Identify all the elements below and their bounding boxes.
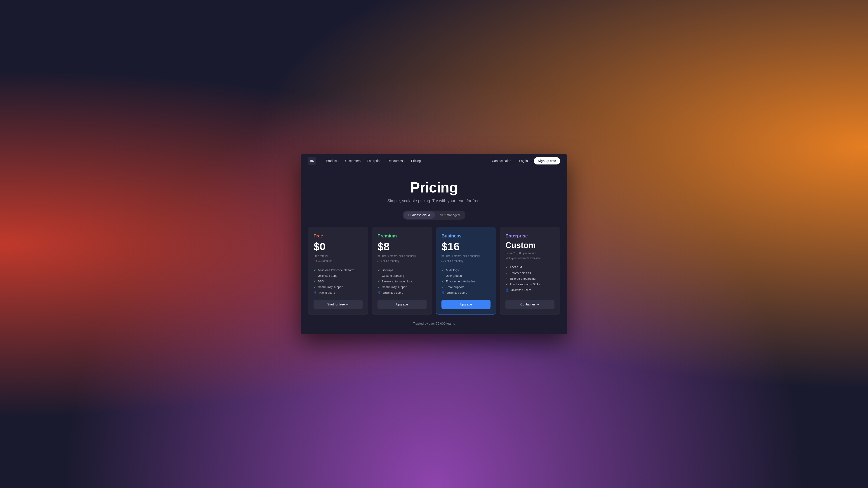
check-icon: ✓ <box>441 268 444 272</box>
feature-item: ✓ AD/SCIM <box>505 266 555 269</box>
plan-price-premium: $8 <box>377 241 427 252</box>
feature-item: 👤 Unlimited users <box>441 291 491 294</box>
plan-price-enterprise: Custom <box>505 241 555 250</box>
check-icon: ✓ <box>377 285 380 289</box>
plan-price-sub1-enterprise: From $15,000 per annum <box>505 251 555 255</box>
feature-item: 👤 Unlimited users <box>505 288 555 292</box>
users-icon: 👤 <box>377 291 381 294</box>
plan-cta-free[interactable]: Start for free → <box>313 300 363 309</box>
check-icon: ✓ <box>377 280 380 283</box>
plan-card-enterprise: Enterprise Custom From $15,000 per annum… <box>500 227 560 315</box>
plan-card-business: Business $16 per user / month, billed an… <box>436 227 496 315</box>
feature-item: ✓ Tailored onboarding <box>505 277 555 281</box>
plan-price-free: $0 <box>313 241 363 252</box>
check-icon: ✓ <box>505 277 508 281</box>
feature-item: ✓ Community support <box>377 285 427 289</box>
contact-sales-button[interactable]: Contact sales <box>490 158 513 164</box>
features-list-business: ✓ Audit logs ✓ User groups ✓ Environment… <box>441 268 491 294</box>
check-icon: ✓ <box>377 268 380 272</box>
feature-item: ✓ Audit logs <box>441 268 491 272</box>
plan-card-premium: Premium $8 per user / month, billed annu… <box>372 227 432 315</box>
users-icon: 👤 <box>441 291 445 294</box>
check-icon: ✓ <box>505 283 508 286</box>
features-list-premium: ✓ Backups ✓ Custom branding ✓ 1 week aut… <box>377 268 427 294</box>
feature-item: ✓ Custom branding <box>377 274 427 278</box>
check-icon: ✓ <box>505 271 508 275</box>
nav-customers[interactable]: Customers <box>342 158 363 164</box>
plan-price-business: $16 <box>441 241 491 252</box>
feature-item: ✓ User groups <box>441 274 491 278</box>
trust-text: Trusted by over 75,000 teams <box>308 322 560 325</box>
plan-price-sub1-free: Free forever <box>313 254 363 258</box>
check-icon: ✓ <box>441 280 444 283</box>
plan-name-enterprise: Enterprise <box>505 233 555 238</box>
feature-item: 👤 Max 5 users <box>313 291 363 294</box>
page-title: Pricing <box>308 179 560 196</box>
tab-budibase-cloud[interactable]: Budibase cloud <box>403 212 435 219</box>
plan-card-free: Free $0 Free forever No CC required ✓ Al… <box>308 227 368 315</box>
feature-item: ✓ Email support <box>441 285 491 289</box>
feature-item: ✓ 1 week automation logs <box>377 280 427 283</box>
main-content: Pricing Simple, scalable pricing. Try wi… <box>301 168 567 334</box>
check-icon: ✓ <box>313 280 316 283</box>
check-icon: ✓ <box>505 266 508 269</box>
check-icon: ✓ <box>313 274 316 278</box>
logo-icon: bb <box>308 157 316 165</box>
plan-cta-business[interactable]: Upgrade <box>441 300 491 309</box>
plan-name-premium: Premium <box>377 233 427 238</box>
nav-product[interactable]: Product ▾ <box>323 158 342 164</box>
plan-cta-enterprise[interactable]: Contact us → <box>505 300 555 309</box>
nav-resources[interactable]: Resources ▾ <box>385 158 408 164</box>
feature-item: ✓ Environment Variables <box>441 280 491 283</box>
chevron-down-icon: ▾ <box>404 160 405 162</box>
feature-item: ✓ Backups <box>377 268 427 272</box>
plan-cta-premium[interactable]: Upgrade <box>377 300 427 309</box>
nav-links: Product ▾ Customers Enterprise Resources… <box>323 158 490 164</box>
login-button[interactable]: Log in <box>517 158 530 164</box>
feature-item: 👤 Unlimited users <box>377 291 427 294</box>
check-icon: ✓ <box>377 274 380 278</box>
nav-pricing[interactable]: Pricing <box>408 158 424 164</box>
pricing-tabs: Budibase cloud Self-managed <box>403 210 466 220</box>
check-icon: ✓ <box>441 285 444 289</box>
page-subtitle: Simple, scalable pricing. Try with your … <box>308 199 560 203</box>
plan-price-sub2-free: No CC required <box>313 259 363 263</box>
features-list-enterprise: ✓ AD/SCIM ✓ Enforceable SSO ✓ Tailored o… <box>505 266 555 294</box>
users-icon: 👤 <box>505 288 509 292</box>
feature-item: ✓ SSO <box>313 280 363 283</box>
feature-item: ✓ All-in-one low-code platform <box>313 268 363 272</box>
check-icon: ✓ <box>441 274 444 278</box>
plan-price-sub2-enterprise: Multi-year contracts available <box>505 256 555 260</box>
check-icon: ✓ <box>313 268 316 272</box>
nav-enterprise[interactable]: Enterprise <box>364 158 384 164</box>
nav-logo[interactable]: bb <box>308 157 316 165</box>
plan-price-sub2-business: $20 billed monthly <box>441 259 491 263</box>
feature-item: ✓ Community support <box>313 285 363 289</box>
features-list-free: ✓ All-in-one low-code platform ✓ Unlimit… <box>313 268 363 294</box>
app-window: bb Product ▾ Customers Enterprise Resour… <box>301 154 567 334</box>
plan-price-sub1-business: per user / month, billed annually <box>441 254 491 258</box>
signup-button[interactable]: Sign up free <box>534 157 560 164</box>
feature-item: ✓ Enforceable SSO <box>505 271 555 275</box>
chevron-down-icon: ▾ <box>338 160 339 162</box>
users-icon: 👤 <box>313 291 317 294</box>
pricing-cards-grid: Free $0 Free forever No CC required ✓ Al… <box>308 227 560 315</box>
feature-item: ✓ Priority support + SLAs <box>505 283 555 286</box>
navbar: bb Product ▾ Customers Enterprise Resour… <box>301 154 567 168</box>
check-icon: ✓ <box>313 285 316 289</box>
tab-self-managed[interactable]: Self-managed <box>435 212 465 219</box>
plan-name-free: Free <box>313 233 363 238</box>
plan-price-sub2-premium: $10 billed monthly <box>377 259 427 263</box>
plan-price-sub1-premium: per user / month, billed annually <box>377 254 427 258</box>
feature-item: ✓ Unlimited apps <box>313 274 363 278</box>
plan-name-business: Business <box>441 233 491 238</box>
nav-right: Contact sales Log in Sign up free <box>490 157 560 164</box>
